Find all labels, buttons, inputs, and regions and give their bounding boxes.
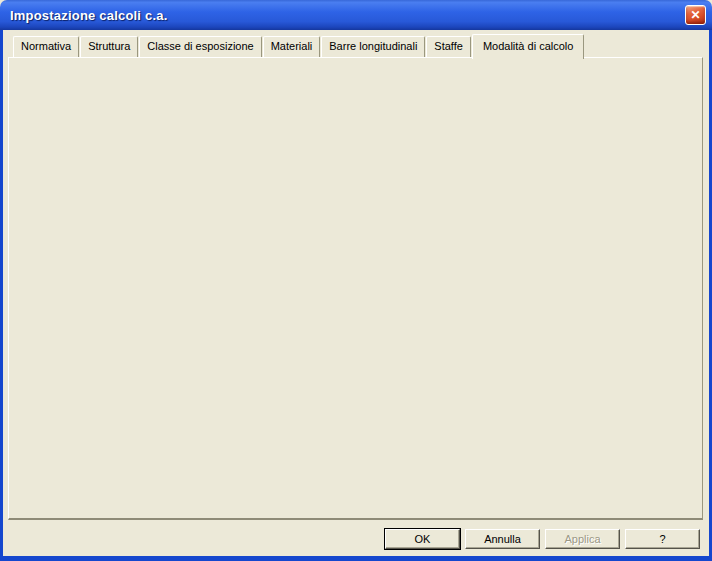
annulla-button[interactable]: Annulla (465, 529, 540, 549)
tab-page-modalita-di-calcolo (8, 57, 703, 520)
tab-classe-di-esposizione[interactable]: Classe di esposizione (139, 36, 261, 57)
help-button[interactable]: ? (625, 529, 700, 549)
window-frame-bottom (0, 556, 712, 561)
close-button[interactable]: ✕ (685, 5, 706, 25)
tab-strip: Normativa Struttura Classe di esposizion… (13, 36, 585, 59)
applica-button: Applica (545, 529, 620, 549)
tab-staffe[interactable]: Staffe (426, 36, 471, 57)
settings-dialog: Impostazione calcoli c.a. ✕ Normativa St… (0, 0, 712, 561)
close-icon: ✕ (690, 8, 700, 22)
titlebar[interactable]: Impostazione calcoli c.a. (0, 0, 712, 30)
tab-barre-longitudinali[interactable]: Barre longitudinali (321, 36, 425, 57)
window-title: Impostazione calcoli c.a. (0, 8, 167, 23)
tab-materiali[interactable]: Materiali (263, 36, 321, 57)
ok-button[interactable]: OK (385, 529, 460, 549)
tab-struttura[interactable]: Struttura (80, 36, 138, 57)
tab-normativa[interactable]: Normativa (13, 36, 79, 57)
window-frame-left (0, 30, 3, 561)
tab-modalita-di-calcolo[interactable]: Modalità di calcolo (472, 34, 585, 59)
